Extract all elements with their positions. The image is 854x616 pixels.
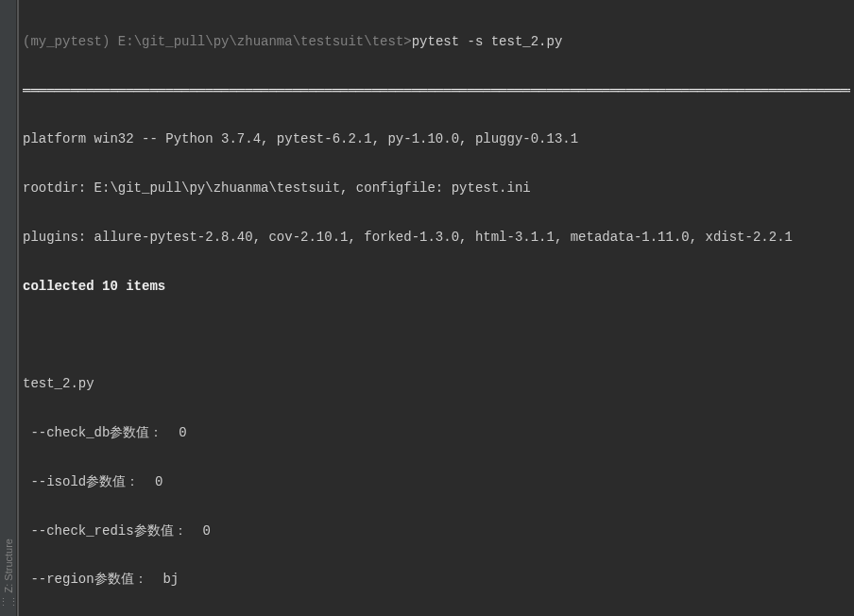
prompt-line: (my_pytest) E:\git_pull\py\zhuanma\tests…	[23, 30, 850, 55]
cwd-path: E:\git_pull\py\zhuanma\testsuit\test>	[118, 34, 412, 49]
testfile-line: test_2.py	[23, 372, 850, 397]
env-name: (my_pytest)	[23, 34, 110, 49]
param-line: --isold参数值： 0	[23, 471, 850, 495]
param-line: --check_db参数值： 0	[23, 421, 850, 446]
param-line: --region参数值： bj	[23, 568, 850, 592]
rootdir-line: rootdir: E:\git_pull\py\zhuanma\testsuit…	[23, 177, 850, 201]
command-text: pytest -s test_2.py	[412, 34, 563, 49]
platform-line: platform win32 -- Python 3.7.4, pytest-6…	[23, 128, 850, 152]
structure-toolwindow-label[interactable]: Z: Structure	[3, 539, 14, 592]
blank-line	[23, 324, 850, 349]
session-divider: ════════════════════════════════════════…	[23, 79, 850, 104]
collected-line: collected 10 items	[23, 275, 850, 299]
terminal-panel[interactable]: (my_pytest) E:\git_pull\py\zhuanma\tests…	[17, 0, 854, 616]
plugins-line: plugins: allure-pytest-2.8.40, cov-2.10.…	[23, 226, 850, 250]
param-line: --check_redis参数值： 0	[23, 520, 850, 544]
ide-sidebar[interactable]: Z: Structure ⋮⋮	[0, 0, 17, 616]
structure-icon: ⋮⋮	[0, 596, 19, 608]
divider-line: ════════════════════════════════════════…	[23, 83, 850, 98]
